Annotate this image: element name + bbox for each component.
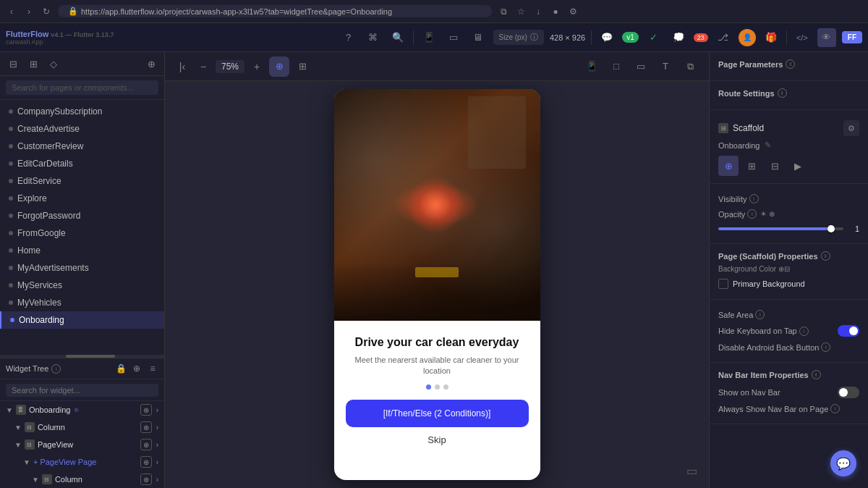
widget-menu-icon[interactable]: ≡ xyxy=(147,363,158,374)
sidebar-item-explore[interactable]: Explore xyxy=(0,190,164,207)
frame-mode-button[interactable]: ⊞ xyxy=(292,56,312,77)
opacity-slider[interactable] xyxy=(718,227,843,230)
visibility-info-icon[interactable]: i xyxy=(749,194,759,203)
opacity-info-icon[interactable]: i xyxy=(747,209,757,219)
widget-add-button[interactable]: ⊕ xyxy=(140,421,152,433)
page-name-edit-icon[interactable]: ✎ xyxy=(765,140,771,150)
team-chat-button[interactable]: 💭 xyxy=(669,28,688,47)
widget-tree-item-column[interactable]: ▼ ⊟ Column ⊕ › xyxy=(0,418,164,436)
zoom-in-button[interactable]: + xyxy=(250,60,263,73)
mobile-preview-button[interactable]: 📱 xyxy=(582,56,602,77)
add-widget-icon[interactable]: ⊕ xyxy=(131,363,142,374)
add-page-icon[interactable]: ⊕ xyxy=(142,55,160,72)
bookmark-icon[interactable]: ☆ xyxy=(515,6,527,17)
widget-tree-item-column2[interactable]: ▼ ⊟ Column ⊕ › xyxy=(0,471,164,488)
play-button[interactable]: ▶ xyxy=(788,156,808,176)
account-icon[interactable]: ● xyxy=(550,6,561,17)
canvas-back-button[interactable]: |‹ xyxy=(174,58,191,75)
color-swatch[interactable] xyxy=(718,279,728,289)
right-panel: Page Parameters i Route Settings i ⊟ Sca… xyxy=(709,52,868,488)
sidebar-item-my-vehicles[interactable]: MyVehicles xyxy=(0,294,164,311)
chat-fab-button[interactable]: 💬 xyxy=(830,450,856,476)
always-show-nav-info-icon[interactable]: i xyxy=(830,404,840,413)
component-button[interactable]: ⧉ xyxy=(680,56,700,77)
widget-add-button[interactable]: ⊕ xyxy=(140,456,152,468)
check-button[interactable]: ✓ xyxy=(644,28,663,47)
branch-button[interactable]: ⎇ xyxy=(714,28,733,47)
widget-add-button[interactable]: ⊕ xyxy=(140,404,152,416)
canvas-tablet-icon[interactable]: ▭ xyxy=(681,460,702,481)
cta-button[interactable]: [If/Then/Else (2 Conditions)] xyxy=(346,400,529,427)
back-btn[interactable]: ‹ xyxy=(6,6,17,17)
widget-tree-info-icon[interactable]: i xyxy=(51,364,61,374)
extensions-icon[interactable]: ⧉ xyxy=(498,6,509,17)
page-params-info-icon[interactable]: i xyxy=(786,59,795,69)
widget-add-button[interactable]: ⊕ xyxy=(140,439,152,450)
properties-tab[interactable]: ⊕ xyxy=(718,156,739,176)
download-icon[interactable]: ↓ xyxy=(532,6,544,17)
widget-search-input[interactable] xyxy=(6,384,158,397)
page-parameters-section: Page Parameters i xyxy=(710,52,868,81)
nav-dot xyxy=(9,283,13,287)
address-bar[interactable]: 🔒 https://app.flutterflow.io/project/car… xyxy=(58,5,492,17)
comment-button[interactable]: 💬 xyxy=(597,28,616,47)
sidebar-item-company-subscription[interactable]: CompanySubscription xyxy=(0,103,164,120)
search-button[interactable]: 🔍 xyxy=(388,28,407,47)
page-search-input[interactable] xyxy=(6,80,158,95)
scaffold-settings-button[interactable]: ⚙ xyxy=(843,120,859,136)
canvas-area[interactable]: Drive your car clean everyday Meet the n… xyxy=(165,81,709,488)
tablet-preview-button[interactable]: □ xyxy=(606,56,626,77)
desktop-view-button[interactable]: 🖥 xyxy=(469,28,488,47)
sidebar-item-edit-car-details[interactable]: EditCarDetails xyxy=(0,155,164,172)
sidebar-item-customer-review[interactable]: CustomerReview xyxy=(0,138,164,155)
wide-tablet-button[interactable]: ▭ xyxy=(631,56,651,77)
route-settings-info-icon[interactable]: i xyxy=(778,88,787,98)
lock-icon[interactable]: 🔒 xyxy=(115,363,127,374)
preview-button[interactable]: 👁 xyxy=(817,28,836,47)
forward-btn[interactable]: › xyxy=(23,6,35,17)
sidebar-item-onboarding[interactable]: Onboarding xyxy=(0,311,164,329)
pages-icon[interactable]: ⊟ xyxy=(4,55,22,72)
widget-tree-item-pageview[interactable]: ▼ ⊟ PageView ⊕ › xyxy=(0,436,164,453)
refresh-btn[interactable]: ↻ xyxy=(41,6,52,17)
sidebar-item-from-google[interactable]: FromGoogle xyxy=(0,224,164,242)
zoom-out-button[interactable]: − xyxy=(197,60,210,73)
size-display[interactable]: Size (px) ⓘ xyxy=(493,30,544,45)
grid-tab[interactable]: ⊟ xyxy=(765,156,785,176)
user-avatar-button[interactable]: 👤 xyxy=(739,29,756,46)
bg-color-edit-icon[interactable]: ⊕⊟ xyxy=(778,265,790,273)
hide-keyboard-info-icon[interactable]: i xyxy=(799,327,809,336)
sidebar-item-my-advertisements[interactable]: MyAdvertisements xyxy=(0,259,164,277)
widget-tree-item-onboarding[interactable]: ▼ ≣ Onboarding ⎋ ⊕ › xyxy=(0,401,164,418)
show-nav-bar-toggle[interactable] xyxy=(838,387,859,398)
layout-tab[interactable]: ⊞ xyxy=(741,156,762,176)
sidebar-item-forgot-password[interactable]: ForgotPassword xyxy=(0,207,164,224)
sidebar-scrollbar[interactable] xyxy=(0,355,164,358)
widget-add-button[interactable]: ⊕ xyxy=(140,474,152,485)
sidebar-item-create-advertise[interactable]: CreateAdvertise xyxy=(0,120,164,138)
components-icon[interactable]: ⊞ xyxy=(25,55,42,72)
keyboard-shortcut-button[interactable]: ⌘ xyxy=(364,28,383,47)
mobile-view-button[interactable]: 📱 xyxy=(420,28,438,47)
nav-bar-info-icon[interactable]: i xyxy=(812,370,821,379)
scaffold-props-info-icon[interactable]: i xyxy=(821,251,830,261)
skip-button[interactable]: Skip xyxy=(427,434,446,445)
assets-icon[interactable]: ◇ xyxy=(45,55,62,72)
text-button[interactable]: T xyxy=(655,56,676,77)
safe-area-info-icon[interactable]: i xyxy=(755,310,765,319)
v1-badge[interactable]: v1 xyxy=(622,32,639,43)
sidebar-item-edit-service[interactable]: EditService xyxy=(0,172,164,190)
tablet-view-button[interactable]: ▭ xyxy=(444,28,463,47)
help-button[interactable]: ? xyxy=(339,28,358,47)
settings-icon[interactable]: ⚙ xyxy=(567,6,579,17)
code-view-button[interactable]: </> xyxy=(793,28,812,47)
sidebar-item-my-services[interactable]: MyServices xyxy=(0,277,164,294)
sidebar-item-home[interactable]: Home xyxy=(0,242,164,259)
zoom-value[interactable]: 75% xyxy=(216,60,244,73)
gift-button[interactable]: 🎁 xyxy=(762,28,780,47)
widget-tree-item-pageview-page[interactable]: ▼ + PageView Page ⊕ › xyxy=(0,453,164,471)
ff-button[interactable]: FF xyxy=(842,31,862,43)
select-mode-button[interactable]: ⊕ xyxy=(269,56,289,77)
disable-back-info-icon[interactable]: i xyxy=(821,342,830,352)
hide-keyboard-toggle[interactable] xyxy=(838,325,859,337)
